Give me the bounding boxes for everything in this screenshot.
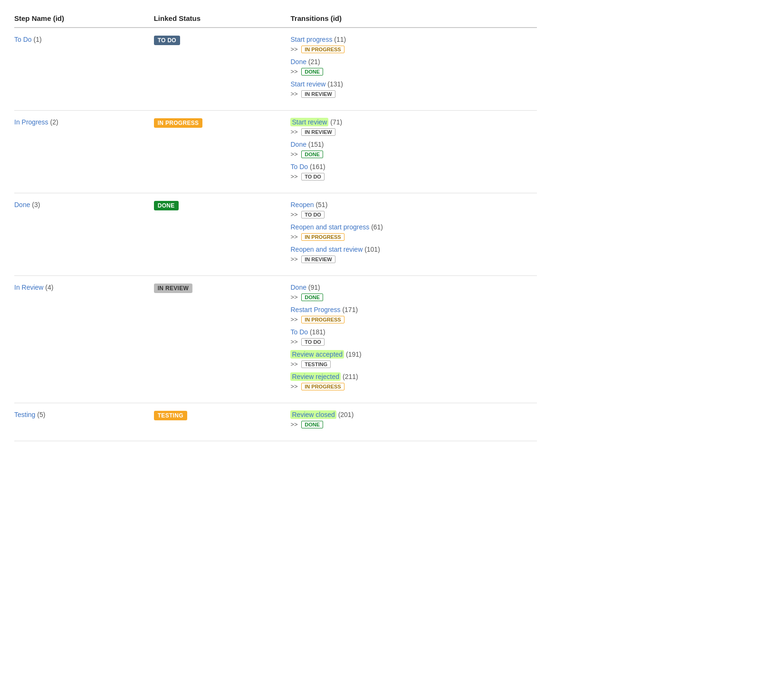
transitions-cell: Start progress (11)>> IN PROGRESSDone (2… bbox=[290, 28, 537, 111]
highlight-span: Review closed bbox=[290, 410, 336, 419]
transition-id: (51) bbox=[314, 201, 328, 208]
transition-target-row: >> IN REVIEW bbox=[290, 90, 531, 98]
transition-link[interactable]: Review accepted bbox=[290, 350, 344, 359]
transition-target-badge: TO DO bbox=[301, 338, 325, 346]
transition-id: (171) bbox=[341, 306, 358, 313]
transition-link[interactable]: Start progress bbox=[290, 36, 332, 43]
transition-id: (91) bbox=[306, 284, 320, 291]
transition-link[interactable]: To Do bbox=[290, 328, 308, 336]
transition-link[interactable]: Reopen and start review bbox=[290, 246, 363, 253]
transition-target-row: >> DONE bbox=[290, 150, 531, 158]
transition-target-badge: DONE bbox=[301, 294, 323, 301]
transition-target-row: >> TO DO bbox=[290, 172, 531, 180]
transition-name-row: Review closed (201) bbox=[290, 411, 531, 418]
transition-id: (201) bbox=[336, 411, 354, 418]
linked-status-cell: DONE bbox=[154, 193, 291, 276]
step-name-cell: In Progress (2) bbox=[14, 111, 154, 193]
arrow-icon: >> bbox=[290, 151, 299, 158]
arrow-icon: >> bbox=[290, 173, 299, 180]
transition-id: (131) bbox=[325, 80, 343, 88]
status-badge: IN REVIEW bbox=[154, 284, 192, 293]
transition-target-badge: DONE bbox=[301, 421, 323, 428]
transition-id: (211) bbox=[341, 373, 358, 380]
step-id: (4) bbox=[43, 284, 53, 291]
step-id: (5) bbox=[35, 411, 45, 418]
table-row: In Review (4)IN REVIEWDone (91)>> DONERe… bbox=[14, 276, 537, 403]
col-header-linked-status: Linked Status bbox=[154, 9, 291, 28]
transition-target-badge: IN PROGRESS bbox=[301, 316, 344, 323]
transition-link[interactable]: Reopen bbox=[290, 201, 314, 208]
transition-link[interactable]: Done bbox=[290, 58, 306, 66]
arrow-icon: >> bbox=[290, 90, 299, 97]
step-name-link[interactable]: Done bbox=[14, 201, 30, 208]
transition-target-badge: IN PROGRESS bbox=[301, 46, 344, 53]
transition-target-badge: IN REVIEW bbox=[301, 128, 335, 136]
arrow-icon: >> bbox=[290, 256, 299, 263]
transition-target-row: >> IN REVIEW bbox=[290, 128, 531, 136]
transition-id: (21) bbox=[306, 58, 320, 66]
highlight-span: Review rejected bbox=[290, 372, 341, 381]
col-header-transitions: Transitions (id) bbox=[290, 9, 537, 28]
step-name-cell: Testing (5) bbox=[14, 403, 154, 441]
transition-name-row: Start review (71) bbox=[290, 118, 531, 126]
transition-target-badge: IN REVIEW bbox=[301, 90, 335, 98]
transitions-cell: Reopen (51)>> TO DOReopen and start prog… bbox=[290, 193, 537, 276]
step-name-link[interactable]: Testing bbox=[14, 411, 35, 418]
transition-link[interactable]: Done bbox=[290, 284, 306, 291]
transition-name-row: Reopen (51) bbox=[290, 201, 531, 208]
arrow-icon: >> bbox=[290, 383, 299, 390]
transition-link[interactable]: To Do bbox=[290, 163, 308, 170]
table-row: Done (3)DONEReopen (51)>> TO DOReopen an… bbox=[14, 193, 537, 276]
workflow-table: Step Name (id) Linked Status Transitions… bbox=[14, 9, 537, 441]
transition-target-badge: IN PROGRESS bbox=[301, 233, 344, 241]
status-badge: TESTING bbox=[154, 411, 187, 420]
transition-name-row: Start review (131) bbox=[290, 80, 531, 88]
transition-target-row: >> TO DO bbox=[290, 210, 531, 218]
transition-id: (101) bbox=[363, 246, 380, 253]
transition-target-row: >> IN REVIEW bbox=[290, 255, 531, 263]
step-name-link[interactable]: In Progress bbox=[14, 118, 48, 126]
transition-target-row: >> IN PROGRESS bbox=[290, 382, 531, 390]
transition-target-row: >> DONE bbox=[290, 67, 531, 76]
transition-link[interactable]: Start review bbox=[290, 80, 325, 88]
transition-target-row: >> DONE bbox=[290, 420, 531, 428]
transition-name-row: To Do (161) bbox=[290, 163, 531, 170]
transition-link[interactable]: Start review bbox=[290, 118, 328, 126]
transition-target-badge: DONE bbox=[301, 151, 323, 158]
transition-name-row: Done (91) bbox=[290, 284, 531, 291]
transition-target-row: >> IN PROGRESS bbox=[290, 315, 531, 323]
transition-link[interactable]: Review rejected bbox=[290, 372, 341, 381]
arrow-icon: >> bbox=[290, 421, 299, 428]
transition-link[interactable]: Review closed bbox=[290, 410, 336, 419]
transition-name-row: Reopen and start review (101) bbox=[290, 246, 531, 253]
transition-link[interactable]: Restart Progress bbox=[290, 306, 340, 313]
transitions-cell: Start review (71)>> IN REVIEWDone (151)>… bbox=[290, 111, 537, 193]
step-name-link[interactable]: In Review bbox=[14, 284, 43, 291]
transition-target-row: >> DONE bbox=[290, 293, 531, 301]
transition-name-row: Reopen and start progress (61) bbox=[290, 223, 531, 231]
step-id: (1) bbox=[32, 36, 42, 43]
transition-id: (161) bbox=[308, 163, 325, 170]
col-header-step-name: Step Name (id) bbox=[14, 9, 154, 28]
arrow-icon: >> bbox=[290, 46, 299, 53]
transition-id: (181) bbox=[308, 328, 325, 336]
linked-status-cell: IN PROGRESS bbox=[154, 111, 291, 193]
transition-target-badge: TO DO bbox=[301, 211, 325, 218]
transition-name-row: Restart Progress (171) bbox=[290, 306, 531, 313]
step-name-cell: To Do (1) bbox=[14, 28, 154, 111]
transition-target-badge: DONE bbox=[301, 68, 323, 76]
step-name-cell: In Review (4) bbox=[14, 276, 154, 403]
step-name-cell: Done (3) bbox=[14, 193, 154, 276]
status-badge: IN PROGRESS bbox=[154, 118, 203, 128]
arrow-icon: >> bbox=[290, 316, 299, 323]
highlight-span: Start review bbox=[290, 118, 328, 126]
transition-link[interactable]: Done bbox=[290, 141, 306, 148]
highlight-span: Review accepted bbox=[290, 350, 344, 359]
transition-link[interactable]: Reopen and start progress bbox=[290, 223, 369, 231]
step-name-link[interactable]: To Do bbox=[14, 36, 32, 43]
arrow-icon: >> bbox=[290, 233, 299, 240]
transition-name-row: Done (21) bbox=[290, 58, 531, 66]
transition-name-row: Review rejected (211) bbox=[290, 373, 531, 380]
transition-target-row: >> TO DO bbox=[290, 338, 531, 346]
transition-id: (151) bbox=[306, 141, 324, 148]
